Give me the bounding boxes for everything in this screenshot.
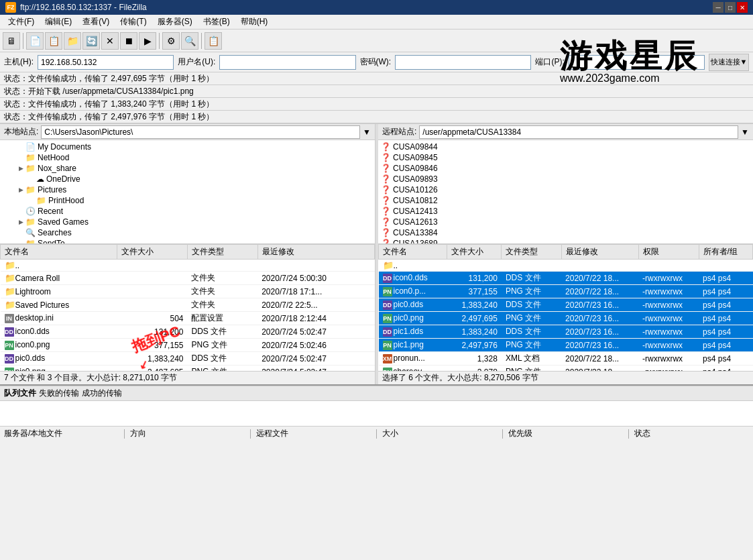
pass-input[interactable] bbox=[395, 55, 531, 70]
tree-item-nethood[interactable]: 📁 NetHood bbox=[0, 152, 375, 163]
remote-file-row[interactable]: PNpic0.png 2,497,695 PNG 文件 2020/7/23 16… bbox=[379, 312, 753, 325]
tree-item-savedgames[interactable]: ▶ 📁 Saved Games bbox=[0, 217, 375, 227]
expand-icon[interactable] bbox=[27, 196, 36, 205]
remote-tree-item-10[interactable]: ❓ CUSA13689 bbox=[378, 238, 753, 244]
local-file-row[interactable]: 📁Lightroom 文件夹 2020/7/18 17:1... bbox=[1, 285, 375, 298]
remote-file-row[interactable]: PNicon0.p... 377,155 PNG 文件 2020/7/22 18… bbox=[379, 285, 753, 298]
tree-item-printhood[interactable]: 📁 PrintHood bbox=[0, 195, 375, 206]
remote-file-row[interactable]: DDpic1.dds 1,383,240 DDS 文件 2020/7/23 16… bbox=[379, 325, 753, 339]
failed-tab[interactable]: 失败的传输 bbox=[39, 388, 79, 399]
toolbar-btn-6[interactable]: ⏹ bbox=[120, 32, 137, 50]
maximize-button[interactable]: □ bbox=[725, 2, 736, 13]
remote-file-type: PNG 文件 bbox=[502, 339, 561, 352]
transfer-queue: 队列文件 失败的传输 成功的传输 bbox=[0, 386, 753, 426]
remote-file-row[interactable]: PNpic1.png 2,497,976 PNG 文件 2020/7/23 16… bbox=[379, 339, 753, 352]
remote-tree-item-2[interactable]: ❓ CUSA09845 bbox=[378, 152, 753, 163]
remote-tree-item-1[interactable]: ❓ CUSA09844 bbox=[378, 142, 753, 152]
title-controls[interactable]: ─ □ ✕ bbox=[713, 2, 748, 13]
menu-server[interactable]: 服务器(S) bbox=[152, 15, 198, 29]
menu-edit[interactable]: 编辑(E) bbox=[40, 15, 77, 29]
remote-tree-item-8[interactable]: ❓ CUSA12613 bbox=[378, 217, 753, 227]
remote-tree-item-5[interactable]: ❓ CUSA10126 bbox=[378, 184, 753, 195]
tree-item-sendto[interactable]: 📁 SendTo bbox=[0, 238, 375, 244]
rcol-filetype[interactable]: 文件类型 bbox=[502, 245, 561, 260]
local-file-row[interactable]: INdesktop.ini 504 配置设置 2020/7/18 2:12:44 bbox=[1, 312, 375, 325]
toolbar-btn-1[interactable]: 🖥 bbox=[3, 32, 20, 50]
local-file-row[interactable]: 📁Saved Pictures 文件夹 2020/7/2 22:5... bbox=[1, 298, 375, 312]
local-path-input[interactable] bbox=[41, 125, 360, 139]
tree-item-onedrive[interactable]: ☁ OneDrive bbox=[0, 174, 375, 184]
host-input[interactable] bbox=[38, 55, 174, 70]
remote-file-row[interactable]: 📁.. bbox=[379, 260, 753, 272]
rcol-filename[interactable]: 文件名 bbox=[379, 245, 447, 260]
local-file-row[interactable]: DDpic0.dds 1,383,240 DDS 文件 2020/7/24 5:… bbox=[1, 352, 375, 366]
rcol-owner[interactable]: 所有者/组 bbox=[699, 245, 752, 260]
toolbar-btn-5[interactable]: 🔄 bbox=[82, 32, 100, 50]
toolbar-sep-2 bbox=[159, 33, 160, 49]
minimize-button[interactable]: ─ bbox=[713, 2, 723, 13]
col-filetype[interactable]: 文件类型 bbox=[187, 245, 257, 260]
remote-tree-item-3[interactable]: ❓ CUSA09846 bbox=[378, 163, 753, 174]
expand-icon[interactable] bbox=[16, 142, 25, 152]
local-file-row[interactable]: 📁Camera Roll 文件夹 2020/7/24 5:00:30 bbox=[1, 272, 375, 285]
toolbar-btn-3[interactable]: 📋 bbox=[45, 32, 62, 50]
tree-item-mydocs[interactable]: 📄 My Documents bbox=[0, 142, 375, 152]
remote-file-row[interactable]: PNshareov... 2,078 PNG 文件 2020/7/22 18..… bbox=[379, 366, 753, 372]
remote-path-input[interactable] bbox=[419, 125, 738, 139]
menu-help[interactable]: 帮助(H) bbox=[235, 15, 274, 29]
local-file-modified: 2020/7/18 17:1... bbox=[257, 285, 374, 298]
toolbar-btn-4[interactable]: 📁 bbox=[64, 32, 81, 50]
expand-icon[interactable]: ▶ bbox=[16, 217, 25, 227]
success-tab[interactable]: 成功的传输 bbox=[82, 388, 122, 399]
expand-icon[interactable] bbox=[16, 153, 25, 162]
remote-tree-item-7[interactable]: ❓ CUSA12413 bbox=[378, 206, 753, 217]
remote-file-perm: -rwxrwxrwx bbox=[638, 312, 699, 325]
queue-tab[interactable]: 队列文件 bbox=[4, 388, 36, 399]
remote-file-row[interactable]: DDpic0.dds 1,383,240 DDS 文件 2020/7/23 16… bbox=[379, 298, 753, 312]
menu-bookmarks[interactable]: 书签(B) bbox=[198, 15, 235, 29]
expand-icon[interactable]: ▶ bbox=[16, 185, 25, 194]
expand-icon[interactable] bbox=[16, 228, 25, 237]
rcol-perm[interactable]: 权限 bbox=[638, 245, 699, 260]
toolbar-btn-cancel[interactable]: ✕ bbox=[101, 32, 119, 50]
tree-item-pictures[interactable]: ▶ 📁 Pictures bbox=[0, 184, 375, 195]
remote-file-row[interactable]: XMpronun... 1,328 XML 文档 2020/7/22 18...… bbox=[379, 352, 753, 366]
local-file-row[interactable]: 📁.. bbox=[1, 260, 375, 272]
close-button[interactable]: ✕ bbox=[737, 2, 748, 13]
local-file-row[interactable]: PNicon0.png 377,155 PNG 文件 2020/7/24 5:0… bbox=[1, 339, 375, 352]
col-filesize[interactable]: 文件大小 bbox=[117, 245, 188, 260]
remote-dropdown[interactable]: ▼ bbox=[741, 127, 749, 137]
toolbar-btn-search[interactable]: 🔍 bbox=[181, 32, 198, 50]
local-file-row[interactable]: DDicon0.dds 131,200 DDS 文件 2020/7/24 5:0… bbox=[1, 325, 375, 339]
local-pane-header: 本地站点: ▼ bbox=[0, 124, 375, 140]
remote-tree-item-6[interactable]: ❓ CUSA10812 bbox=[378, 195, 753, 206]
col-filename[interactable]: 文件名 bbox=[1, 245, 117, 260]
remote-tree-item-9[interactable]: ❓ CUSA13384 bbox=[378, 227, 753, 238]
toolbar-btn-7[interactable]: ▶ bbox=[139, 32, 156, 50]
tree-item-searches[interactable]: 🔍 Searches bbox=[0, 227, 375, 238]
expand-icon[interactable] bbox=[27, 174, 36, 184]
remote-file-row[interactable]: DDicon0.dds 131,200 DDS 文件 2020/7/22 18.… bbox=[379, 272, 753, 285]
menu-transfer[interactable]: 传输(T) bbox=[115, 15, 152, 29]
remote-tree-item-4[interactable]: ❓ CUSA09893 bbox=[378, 174, 753, 184]
menu-view[interactable]: 查看(V) bbox=[77, 15, 115, 29]
local-file-row[interactable]: PNpic0.png 2,497,695 PNG 文件 2020/7/24 5:… bbox=[1, 366, 375, 372]
rcol-modified[interactable]: 最近修改 bbox=[561, 245, 638, 260]
menu-file[interactable]: 文件(F) bbox=[3, 15, 40, 29]
expand-icon[interactable] bbox=[16, 239, 25, 244]
expand-icon[interactable]: ▶ bbox=[16, 164, 25, 173]
tree-item-noxshare[interactable]: ▶ 📁 Nox_share bbox=[0, 163, 375, 174]
tree-item-recent[interactable]: 🕒 Recent bbox=[0, 206, 375, 217]
quickconnect-button[interactable]: 快速连接▼ bbox=[709, 54, 749, 71]
toolbar-btn-8[interactable]: ⚙ bbox=[162, 32, 180, 50]
port-input[interactable] bbox=[569, 55, 705, 70]
remote-file-modified: 2020/7/23 16... bbox=[561, 339, 638, 352]
user-input[interactable] bbox=[219, 55, 355, 70]
expand-icon[interactable] bbox=[16, 207, 25, 216]
col-modified[interactable]: 最近修改 bbox=[257, 245, 374, 260]
rcol-filesize[interactable]: 文件大小 bbox=[447, 245, 502, 260]
toolbar-btn-2[interactable]: 📄 bbox=[26, 32, 44, 50]
toolbar: 🖥 📄 📋 📁 🔄 ✕ ⏹ ▶ ⚙ 🔍 📋 bbox=[0, 30, 753, 52]
toolbar-btn-log[interactable]: 📋 bbox=[205, 32, 222, 50]
local-dropdown[interactable]: ▼ bbox=[363, 127, 371, 137]
